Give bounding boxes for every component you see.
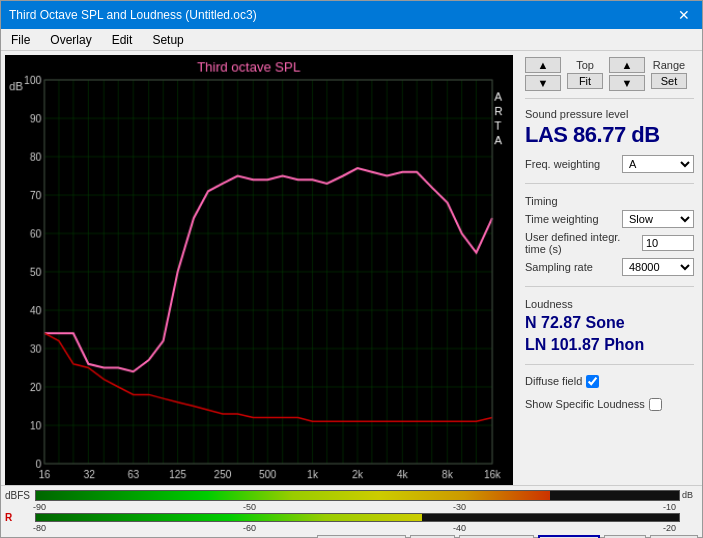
freq-weight-label: Freq. weighting xyxy=(525,158,600,170)
range-down-button[interactable]: ▼ xyxy=(609,75,645,91)
top-up-button[interactable]: ▲ xyxy=(525,57,561,73)
freq-weight-select[interactable]: A B C Z xyxy=(622,155,694,173)
meter-tick-40: -40 xyxy=(453,523,466,533)
time-weight-label: Time weighting xyxy=(525,213,599,225)
meter-tick-90: -90 xyxy=(33,502,46,512)
close-button[interactable]: ✕ xyxy=(674,7,694,23)
range-label: Range xyxy=(653,57,685,71)
top-down-button[interactable]: ▼ xyxy=(525,75,561,91)
title-bar: Third Octave SPL and Loudness (Untitled.… xyxy=(1,1,702,29)
loudness-value-line2: LN 101.87 Phon xyxy=(525,334,694,356)
show-specific-row: Show Specific Loudness xyxy=(525,398,694,411)
spl-value: LAS 86.77 dB xyxy=(525,122,694,148)
top-range-controls: ▲ ▼ Top Fit ▲ ▼ Range Set xyxy=(525,57,694,91)
bottom-buttons: Cursor: 20.0 Hz, 35.61 dB Frequency band… xyxy=(1,533,702,538)
freq-weight-row: Freq. weighting A B C Z xyxy=(525,155,694,173)
time-weight-select[interactable]: Slow Fast Impulse User xyxy=(622,210,694,228)
dbfs-label: dBFS xyxy=(5,490,33,501)
menu-overlay[interactable]: Overlay xyxy=(44,31,97,49)
menu-edit[interactable]: Edit xyxy=(106,31,139,49)
user-integr-input[interactable]: 10 xyxy=(642,235,694,251)
spl-section-label: Sound pressure level xyxy=(525,108,694,120)
meter-tick-10: -10 xyxy=(663,502,676,512)
menu-setup[interactable]: Setup xyxy=(146,31,189,49)
user-integr-row: User defined integr. time (s) 10 xyxy=(525,231,694,255)
diffuse-field-row: Diffuse field xyxy=(525,375,694,388)
sampling-rate-label: Sampling rate xyxy=(525,261,593,273)
meter-tick-30: -30 xyxy=(453,502,466,512)
db-unit-label: dB xyxy=(682,490,698,500)
sampling-rate-select[interactable]: 44100 48000 96000 xyxy=(622,258,694,276)
loudness-section: Loudness N 72.87 Sone LN 101.87 Phon xyxy=(525,298,694,357)
timing-section: Timing Time weighting Slow Fast Impulse … xyxy=(525,195,694,279)
set-button[interactable]: Set xyxy=(651,73,687,89)
show-specific-checkbox[interactable] xyxy=(649,398,662,411)
menu-bar: File Overlay Edit Setup xyxy=(1,29,702,51)
main-window: Third Octave SPL and Loudness (Untitled.… xyxy=(0,0,703,538)
diffuse-field-label: Diffuse field xyxy=(525,375,582,387)
spl-section: Sound pressure level LAS 86.77 dB xyxy=(525,108,694,148)
bottom-bar: dBFS dB -90 -50 -30 -10 R xyxy=(1,485,702,537)
range-control-group: ▲ ▼ xyxy=(609,57,645,91)
timing-title: Timing xyxy=(525,195,694,207)
chart-area xyxy=(5,55,513,481)
user-integr-label: User defined integr. time (s) xyxy=(525,231,625,255)
loudness-section-label: Loudness xyxy=(525,298,694,310)
meter-tick-20: -20 xyxy=(663,523,676,533)
chart-canvas xyxy=(5,55,513,485)
fit-button[interactable]: Fit xyxy=(567,73,603,89)
menu-file[interactable]: File xyxy=(5,31,36,49)
range-up-button[interactable]: ▲ xyxy=(609,57,645,73)
loudness-value-line1: N 72.87 Sone xyxy=(525,312,694,334)
diffuse-field-checkbox[interactable] xyxy=(586,375,599,388)
window-title: Third Octave SPL and Loudness (Untitled.… xyxy=(9,8,257,22)
r-label: R xyxy=(5,512,33,523)
main-content: ▲ ▼ Top Fit ▲ ▼ Range Set Sou xyxy=(1,51,702,485)
right-panel: ▲ ▼ Top Fit ▲ ▼ Range Set Sou xyxy=(517,51,702,485)
meter-tick-80: -80 xyxy=(33,523,46,533)
top-label: Top xyxy=(576,57,594,71)
show-specific-label: Show Specific Loudness xyxy=(525,398,645,410)
meter-tick-60: -60 xyxy=(243,523,256,533)
time-weight-row: Time weighting Slow Fast Impulse User xyxy=(525,210,694,228)
top-control-group: ▲ ▼ xyxy=(525,57,561,91)
sampling-rate-row: Sampling rate 44100 48000 96000 xyxy=(525,258,694,276)
meter-tick-50: -50 xyxy=(243,502,256,512)
